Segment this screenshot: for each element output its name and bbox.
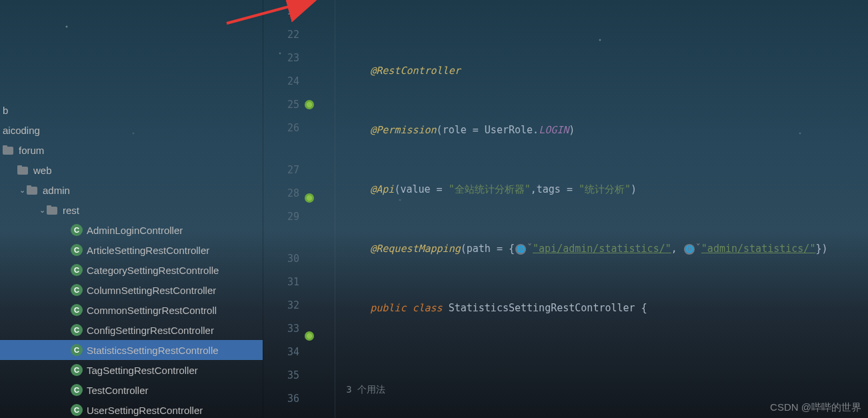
java-class-icon: C <box>71 364 83 376</box>
code-line[interactable]: @RestController <box>322 36 868 59</box>
tree-label: forum <box>19 145 44 156</box>
line-number: 24 <box>263 70 299 93</box>
java-class-icon: C <box>71 244 83 256</box>
java-class-icon: C <box>71 264 83 276</box>
java-class-icon: C <box>71 404 83 416</box>
tree-label: ColumnSettingRestController <box>87 285 216 296</box>
line-number <box>263 229 299 247</box>
chevron-down-icon: ⌄ <box>17 186 27 195</box>
java-class-icon: C <box>71 324 83 336</box>
gutter-icons <box>305 0 317 418</box>
tree-folder-forum[interactable]: forum <box>0 140 263 160</box>
code-line[interactable]: @RequestMapping(path = {🌐ˇ"api/admin/sta… <box>322 214 868 237</box>
code-line[interactable] <box>322 321 868 344</box>
line-number: 33 <box>263 317 299 341</box>
line-number: 36 <box>263 387 299 411</box>
tree-file[interactable]: CStatisticsSettingRestControlle <box>0 340 263 360</box>
tree-label: CategorySettingRestControlle <box>87 265 219 276</box>
tree-file[interactable]: CConfigSettingrRestController <box>0 320 263 340</box>
code-line[interactable]: @Permission(role = UserRole.LOGIN) <box>322 95 868 119</box>
folder-icon <box>3 145 15 155</box>
tree-label: TestController <box>87 385 149 396</box>
tree-file[interactable]: CArticleSettingRestController <box>0 240 263 260</box>
tree-file[interactable]: CTestController <box>0 380 263 400</box>
web-icon: 🌐 <box>515 244 526 255</box>
line-number: 26 <box>263 117 299 140</box>
java-class-icon: C <box>71 344 83 356</box>
project-tree[interactable]: b aicoding forum web ⌄ admin ⌄ rest CAdm… <box>0 0 263 418</box>
line-number: 28 <box>263 182 299 205</box>
line-number: 31 <box>263 271 299 294</box>
line-number: 29 <box>263 205 299 229</box>
code-editor[interactable]: 21222324252627282930313233343536 @RestCo… <box>263 0 868 418</box>
usage-hint[interactable]: 3 个用法 <box>322 380 868 399</box>
tree-file[interactable]: CCommonSettingrRestControll <box>0 300 263 320</box>
tree-label: rest <box>63 205 79 216</box>
tree-label: admin <box>43 185 70 196</box>
tree-folder-web[interactable]: web <box>0 160 263 180</box>
tree-file[interactable]: CCategorySettingRestControlle <box>0 260 263 280</box>
spring-bean-icon <box>305 100 314 109</box>
line-number: 35 <box>263 364 299 387</box>
watermark: CSDN @哔哔的世界 <box>770 401 861 414</box>
tree-label: AdminLoginController <box>87 225 183 236</box>
code-line[interactable]: @Api(value = "全站统计分析器",tags = "统计分析") <box>322 155 868 178</box>
folder-icon <box>17 165 29 175</box>
java-class-icon: C <box>71 304 83 316</box>
spring-bean-icon <box>305 193 314 203</box>
java-class-icon: C <box>71 384 83 396</box>
tree-root-aicoding[interactable]: aicoding <box>0 120 263 140</box>
tree-label: web <box>33 165 52 176</box>
folder-icon <box>47 205 59 215</box>
java-class-icon: C <box>71 224 83 236</box>
tree-file[interactable]: CAdminLoginController <box>0 220 263 240</box>
tree-label: ArticleSettingRestController <box>87 245 209 256</box>
line-number: 27 <box>263 159 299 182</box>
tree-file[interactable]: CTagSettingRestController <box>0 360 263 380</box>
line-number: 32 <box>263 294 299 317</box>
spring-bean-icon <box>305 331 314 341</box>
java-class-icon: C <box>71 284 83 296</box>
tree-label: TagSettingRestController <box>87 365 198 376</box>
tree-file[interactable]: CColumnSettingRestController <box>0 280 263 300</box>
tree-label: aicoding <box>3 125 40 136</box>
line-number: 30 <box>263 247 299 271</box>
line-number <box>263 140 299 159</box>
tree-label: b <box>3 105 8 116</box>
line-number-gutter: 21222324252627282930313233343536 <box>263 0 305 418</box>
tree-label: ConfigSettingrRestController <box>87 325 214 336</box>
tree-label: StatisticsSettingRestControlle <box>87 345 219 356</box>
chevron-down-icon: ⌄ <box>37 206 47 215</box>
tree-folder-rest[interactable]: ⌄ rest <box>0 200 263 220</box>
line-number: 34 <box>263 341 299 364</box>
code-area[interactable]: @RestController @Permission(role = UserR… <box>317 0 868 418</box>
web-icon: 🌐 <box>684 244 695 255</box>
tree-file[interactable]: CUserSettingRestController <box>0 400 263 418</box>
line-number: 25 <box>263 93 299 117</box>
folder-icon <box>27 185 39 195</box>
tree-folder-admin[interactable]: ⌄ admin <box>0 180 263 200</box>
line-number: 22 <box>263 23 299 47</box>
line-number: 21 <box>263 0 299 23</box>
tree-root-b[interactable]: b <box>0 100 263 120</box>
tree-label: CommonSettingrRestControll <box>87 305 217 316</box>
code-line[interactable]: public class StatisticsSettingRestContro… <box>322 273 868 297</box>
tree-label: UserSettingRestController <box>87 405 203 416</box>
line-number: 23 <box>263 47 299 70</box>
